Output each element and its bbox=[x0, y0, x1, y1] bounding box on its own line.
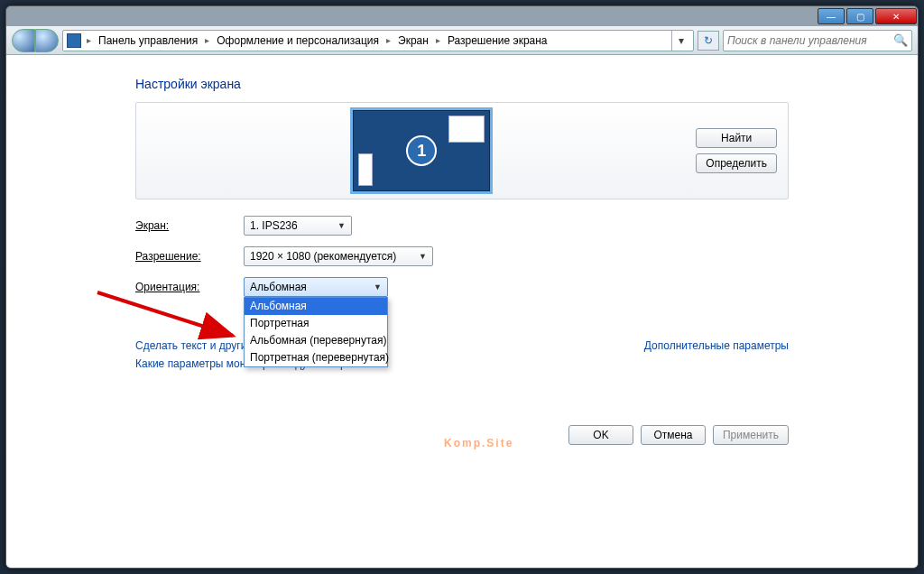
chevron-right-icon: ▸ bbox=[85, 35, 93, 45]
crumb-display[interactable]: Экран bbox=[396, 34, 430, 47]
back-button[interactable] bbox=[12, 29, 35, 52]
address-dropdown[interactable]: ▾ bbox=[671, 31, 689, 51]
chevron-down-icon: ▼ bbox=[337, 221, 346, 230]
navbar: ▸ Панель управления ▸ Оформление и персо… bbox=[6, 26, 918, 55]
search-box[interactable]: 🔍 bbox=[723, 30, 912, 51]
control-panel-icon bbox=[67, 33, 81, 48]
watermark: Komp.Site bbox=[444, 398, 513, 458]
maximize-button[interactable]: ▢ bbox=[846, 8, 873, 24]
crumb-control-panel[interactable]: Панель управления bbox=[97, 34, 199, 47]
explorer-window: — ▢ ✕ ▸ Панель управления ▸ Оформление и… bbox=[5, 5, 919, 569]
chevron-down-icon: ▼ bbox=[419, 252, 427, 261]
apply-button[interactable]: Применить bbox=[713, 425, 789, 445]
svg-line-0 bbox=[97, 292, 233, 336]
screen-dropdown[interactable]: 1. IPS236 ▼ bbox=[244, 216, 352, 236]
search-input[interactable] bbox=[727, 34, 881, 47]
monitor-preview[interactable]: 1 bbox=[350, 107, 493, 194]
orientation-dropdown[interactable]: Альбомная ▼ bbox=[244, 277, 388, 297]
search-icon: 🔍 bbox=[893, 33, 908, 47]
detect-button[interactable]: Определить bbox=[696, 153, 777, 173]
screen-value: 1. IPS236 bbox=[250, 219, 298, 232]
page-title: Настройки экрана bbox=[135, 77, 789, 91]
advanced-settings-link[interactable]: Дополнительные параметры bbox=[644, 337, 789, 355]
page: Настройки экрана 1 Найти Определить Экра… bbox=[119, 55, 805, 373]
orientation-option-landscape-flipped[interactable]: Альбомная (перевернутая) bbox=[245, 332, 387, 349]
chevron-right-icon: ▸ bbox=[203, 35, 211, 45]
refresh-button[interactable]: ↻ bbox=[698, 31, 719, 51]
chevron-right-icon: ▸ bbox=[434, 35, 442, 45]
display-preview-frame: 1 Найти Определить bbox=[135, 102, 789, 199]
action-buttons: OK Отмена Применить bbox=[568, 425, 789, 445]
resolution-value: 1920 × 1080 (рекомендуется) bbox=[250, 250, 396, 263]
cancel-button[interactable]: Отмена bbox=[641, 425, 706, 445]
monitor-number-badge: 1 bbox=[406, 135, 437, 166]
which-params-link[interactable]: Какие параметры монитора следует выбрать… bbox=[135, 355, 789, 373]
label-resolution: Разрешение: bbox=[135, 250, 244, 263]
ok-button[interactable]: OK bbox=[568, 425, 633, 445]
titlebar: — ▢ ✕ bbox=[6, 6, 918, 26]
close-button[interactable]: ✕ bbox=[875, 8, 917, 24]
address-bar[interactable]: ▸ Панель управления ▸ Оформление и персо… bbox=[62, 30, 694, 51]
orientation-option-portrait-flipped[interactable]: Портретная (перевернутая) bbox=[245, 349, 387, 366]
content-pane: Настройки экрана 1 Найти Определить Экра… bbox=[6, 55, 918, 568]
orientation-value: Альбомная bbox=[250, 281, 307, 293]
forward-button[interactable] bbox=[35, 29, 59, 52]
minimize-button[interactable]: — bbox=[818, 8, 845, 24]
label-orientation: Ориентация: bbox=[135, 281, 244, 293]
chevron-right-icon: ▸ bbox=[384, 35, 393, 45]
find-button[interactable]: Найти bbox=[696, 128, 777, 148]
crumb-appearance[interactable]: Оформление и персонализация bbox=[215, 34, 381, 47]
orientation-dropdown-list: Альбомная Портретная Альбомная (переверн… bbox=[244, 297, 388, 367]
chevron-down-icon: ▼ bbox=[374, 282, 382, 292]
orientation-option-landscape[interactable]: Альбомная bbox=[245, 298, 387, 315]
settings-rows: Экран: 1. IPS236 ▼ Разрешение: 1920 × 10… bbox=[135, 216, 789, 297]
resolution-dropdown[interactable]: 1920 × 1080 (рекомендуется) ▼ bbox=[244, 246, 433, 266]
orientation-option-portrait[interactable]: Портретная bbox=[245, 315, 387, 332]
crumb-resolution[interactable]: Разрешение экрана bbox=[446, 34, 550, 47]
label-screen: Экран: bbox=[135, 219, 244, 232]
